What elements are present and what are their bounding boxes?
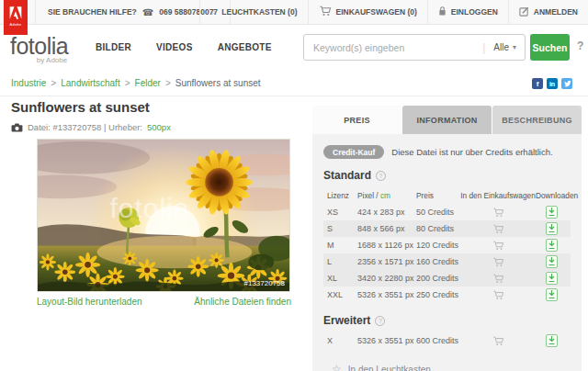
image-id-overlay: #133720758 [244, 279, 286, 287]
cart-icon [319, 6, 332, 18]
login-label: EINLOGGEN [451, 7, 498, 17]
breadcrumb: Industrie > Landwirtschaft > Felder > Su… [11, 70, 261, 96]
file-id-label: Datei: #133720758 | Urheber: [28, 122, 142, 132]
add-to-cart-icon[interactable] [460, 336, 536, 346]
erweitert-heading: Erweitert [323, 314, 370, 327]
file-meta: Datei: #133720758 | Urheber: 500px [11, 122, 171, 132]
login-button[interactable]: EINLOGGEN [427, 0, 508, 24]
section-standard: Standard ? [323, 169, 571, 182]
breadcrumb-link-felder[interactable]: Felder [135, 78, 161, 88]
nav-item-angebote[interactable]: ANGEBOTE [218, 42, 272, 52]
download-icon[interactable] [546, 272, 558, 285]
add-to-lightbox-button[interactable]: ☆ In den Leuchtkasten [323, 363, 571, 371]
download-icon[interactable] [546, 222, 558, 235]
add-to-cart-icon[interactable] [460, 274, 536, 284]
page-title: Sunflowers at sunset [11, 99, 150, 115]
col-download: Downloaden [536, 191, 578, 200]
nav-item-bilder[interactable]: BILDER [96, 42, 131, 52]
top-utility-bar: SIE BRAUCHEN HILFE? ☎ 069 5880780077 ☆ L… [0, 0, 588, 25]
adobe-wordmark: Adobe [9, 22, 21, 27]
breadcrumb-link-industrie[interactable]: Industrie [11, 78, 46, 88]
pencil-square-icon [519, 6, 529, 18]
lightbox-action-label: In den Leuchtkasten [348, 365, 431, 371]
lightbox-button[interactable]: ☆ LEUCHTKASTEN (0) [199, 0, 308, 24]
unit-toggle-cm[interactable]: cm [380, 191, 390, 200]
facebook-icon[interactable]: f [532, 78, 543, 89]
credit-badge: Credit-Kauf [323, 145, 384, 159]
image-actions: Layout-Bild herunterladen Ähnliche Datei… [37, 297, 291, 307]
breadcrumb-separator: > [165, 78, 171, 88]
social-share: f in [532, 78, 572, 89]
cart-label: EINKAUFSWAGEN (0) [336, 7, 417, 17]
table-row-m: M 1688 x 1126 px 120 Credits [323, 237, 571, 253]
credit-info: Credit-Kauf Diese Datei ist nur über Cre… [323, 145, 571, 159]
table-row-xxl: XXL 5326 x 3551 px 250 Credits [323, 287, 571, 303]
table-row-l: L 2356 x 1571 px 160 Credits [323, 253, 571, 270]
preview-image: fotolia #133720758 [37, 139, 290, 292]
table-row-xs: XS 424 x 283 px 50 Credits [323, 204, 571, 220]
linkedin-icon[interactable]: in [547, 78, 558, 89]
table-header: Lizenz Pixel / cm Preis In den Einkaufsw… [323, 187, 571, 203]
help-label: SIE BRAUCHEN HILFE? [48, 7, 137, 17]
add-to-cart-icon[interactable] [460, 208, 536, 218]
help-icon[interactable]: ? [376, 171, 386, 181]
help-icon[interactable]: ? [375, 316, 385, 326]
col-cart: In den Einkaufswagen [460, 191, 536, 200]
main-header: fotolia by Adobe BILDER VIDEOS ANGEBOTE … [0, 25, 588, 70]
table-row-xl: XL 3420 x 2280 px 200 Credits [323, 270, 571, 287]
register-label: ANMELDEN [534, 7, 578, 17]
table-row-x: X 5326 x 3551 px 600 Credits [323, 332, 571, 349]
phone-icon: ☎ [142, 7, 153, 17]
chevron-down-icon: ▾ [513, 43, 516, 51]
sunflower-photo [38, 140, 289, 291]
star-icon: ☆ [210, 7, 218, 17]
search-input[interactable] [304, 42, 482, 53]
main-nav: BILDER VIDEOS ANGEBOTE [96, 25, 272, 70]
standard-heading: Standard [323, 169, 371, 182]
add-to-cart-icon[interactable] [460, 224, 536, 234]
add-to-cart-icon[interactable] [460, 257, 536, 267]
tab-beschreibung[interactable]: BESCHREIBUNG [492, 106, 582, 134]
col-pixel: Pixel / cm [357, 191, 416, 200]
cart-button[interactable]: EINKAUFSWAGEN (0) [308, 0, 427, 24]
download-icon[interactable] [546, 206, 558, 219]
search-bar: | Alle ▾ [303, 34, 526, 61]
fotolia-logo[interactable]: fotolia by Adobe [10, 33, 68, 64]
price-panel: PREIS INFORMATION BESCHREIBUNG Credit-Ka… [312, 106, 582, 371]
breadcrumb-row: Industrie > Landwirtschaft > Felder > Su… [0, 70, 588, 96]
breadcrumb-separator: > [51, 78, 56, 88]
download-icon[interactable] [546, 334, 558, 347]
col-price: Preis [416, 191, 460, 200]
search-button[interactable]: Suchen [530, 34, 570, 61]
lightbox-label: LEUCHTKASTEN (0) [221, 7, 297, 17]
twitter-icon[interactable] [561, 78, 572, 89]
nav-item-videos[interactable]: VIDEOS [156, 42, 193, 52]
similar-files-link[interactable]: Ähnliche Dateien finden [194, 297, 291, 307]
author-link[interactable]: 500px [147, 122, 171, 132]
adobe-a-icon [6, 5, 25, 21]
account-menu: ☆ LEUCHTKASTEN (0) EINKAUFSWAGEN (0) EIN… [199, 0, 588, 24]
breadcrumb-current: Sunflowers at sunset [175, 78, 261, 88]
panel-body: Credit-Kauf Diese Datei ist nur über Cre… [312, 134, 582, 371]
search-help-icon[interactable]: ? [577, 39, 583, 52]
register-button[interactable]: ANMELDEN [508, 0, 588, 24]
breadcrumb-separator: > [125, 78, 130, 88]
search-filter-dropdown[interactable]: Alle ▾ [485, 42, 525, 52]
breadcrumb-link-landwirtschaft[interactable]: Landwirtschaft [61, 78, 119, 88]
section-erweitert: Erweitert ? [323, 314, 571, 327]
search-filter-value: Alle [493, 42, 509, 52]
page: SIE BRAUCHEN HILFE? ☎ 069 5880780077 ☆ L… [0, 0, 588, 371]
download-icon[interactable] [546, 255, 558, 268]
download-icon[interactable] [546, 288, 558, 301]
tab-preis[interactable]: PREIS [312, 106, 401, 134]
download-icon[interactable] [546, 239, 558, 252]
adobe-logo[interactable]: Adobe [4, 0, 28, 35]
star-icon: ☆ [332, 363, 342, 371]
add-to-cart-icon[interactable] [460, 241, 536, 251]
download-layout-link[interactable]: Layout-Bild herunterladen [37, 297, 142, 307]
tab-information[interactable]: INFORMATION [402, 106, 492, 134]
camera-icon [11, 123, 23, 132]
add-to-cart-icon[interactable] [460, 290, 536, 300]
col-license: Lizenz [327, 191, 357, 200]
panel-tabs: PREIS INFORMATION BESCHREIBUNG [312, 106, 582, 134]
